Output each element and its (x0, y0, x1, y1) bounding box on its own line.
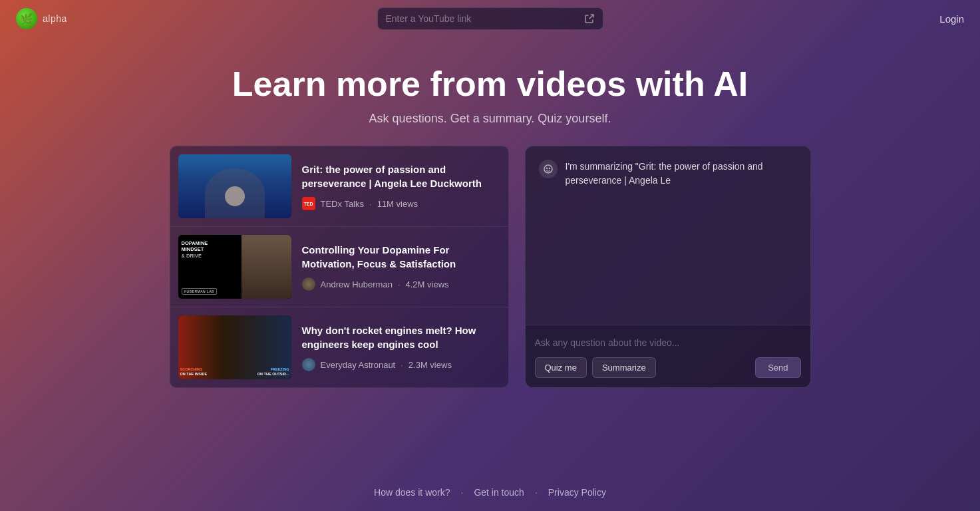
video-info-rocket: Why don't rocket engines melt? How engin… (302, 323, 500, 371)
login-button[interactable]: Login (939, 13, 964, 25)
footer-privacy-policy[interactable]: Privacy Policy (548, 487, 606, 498)
url-input-wrapper (377, 7, 603, 30)
video-card-rocket[interactable]: SCORCHING ON THE INSIDE FREEZING ON THE … (170, 307, 509, 388)
thumbnail-grit (178, 154, 291, 218)
views-grit: 11M views (377, 199, 418, 209)
chat-actions: Quiz me Summarize Send (535, 357, 801, 378)
thumbnail-rocket: SCORCHING ON THE INSIDE FREEZING ON THE … (178, 315, 291, 379)
chat-input-area: Quiz me Summarize Send (526, 325, 810, 387)
astronaut-avatar (302, 358, 315, 371)
video-title-grit: Grit: the power of passion and persevera… (302, 162, 500, 190)
svg-point-0 (544, 165, 552, 173)
video-meta-dopamine: Andrew Huberman · 4.2M views (302, 277, 500, 291)
ted-avatar: TED (302, 197, 315, 210)
channel-name-rocket: Everyday Astronaut (321, 360, 396, 370)
top-nav: 🌿 alpha Login (0, 0, 980, 37)
bot-icon (539, 160, 558, 178)
video-card-grit[interactable]: Grit: the power of passion and persevera… (170, 146, 509, 226)
chat-message-text: I'm summarizing "Grit: the power of pass… (566, 160, 797, 188)
chat-question-input[interactable] (535, 335, 801, 351)
views-rocket: 2.3M views (408, 360, 452, 370)
url-open-button[interactable] (584, 13, 595, 24)
hero-subtitle: Ask questions. Get a summary. Quiz yours… (0, 112, 980, 126)
logo-icon: 🌿 (16, 8, 37, 29)
video-card-dopamine[interactable]: DOPAMINE MINDSET & DRIVE HUBERMAN LAB Co… (170, 226, 509, 307)
hero-section: Learn more from videos with AI Ask quest… (0, 37, 980, 146)
video-meta-grit: TED TEDx Talks · 11M views (302, 197, 500, 210)
hero-title: Learn more from videos with AI (0, 64, 980, 104)
svg-point-2 (548, 168, 550, 169)
send-button[interactable]: Send (755, 357, 800, 378)
logo-area: 🌿 alpha (16, 8, 67, 29)
footer-how-it-works[interactable]: How does it work? (374, 487, 450, 498)
chat-action-buttons: Quiz me Summarize (535, 357, 656, 378)
svg-point-1 (546, 168, 547, 169)
logo-text: alpha (43, 13, 67, 24)
chat-messages: I'm summarizing "Grit: the power of pass… (526, 146, 810, 325)
video-title-dopamine: Controlling Your Dopamine For Motivation… (302, 243, 500, 271)
video-info-dopamine: Controlling Your Dopamine For Motivation… (302, 243, 500, 291)
video-title-rocket: Why don't rocket engines melt? How engin… (302, 323, 500, 351)
video-info-grit: Grit: the power of passion and persevera… (302, 162, 500, 210)
chat-panel: I'm summarizing "Grit: the power of pass… (525, 146, 811, 388)
channel-name-grit: TEDx Talks (321, 199, 365, 209)
video-list: Grit: the power of passion and persevera… (170, 146, 509, 388)
footer-get-in-touch[interactable]: Get in touch (474, 487, 524, 498)
channel-name-dopamine: Andrew Huberman (321, 279, 393, 289)
views-dopamine: 4.2M views (406, 279, 449, 289)
huberman-avatar (302, 277, 315, 291)
youtube-url-input[interactable] (386, 13, 579, 24)
thumbnail-dopamine: DOPAMINE MINDSET & DRIVE HUBERMAN LAB (178, 235, 291, 299)
quiz-button[interactable]: Quiz me (535, 357, 587, 378)
summarize-button[interactable]: Summarize (592, 357, 656, 378)
video-meta-rocket: Everyday Astronaut · 2.3M views (302, 358, 500, 371)
main-content: Grit: the power of passion and persevera… (0, 146, 980, 388)
footer: How does it work? · Get in touch · Priva… (374, 487, 606, 498)
chat-message: I'm summarizing "Grit: the power of pass… (539, 160, 797, 188)
